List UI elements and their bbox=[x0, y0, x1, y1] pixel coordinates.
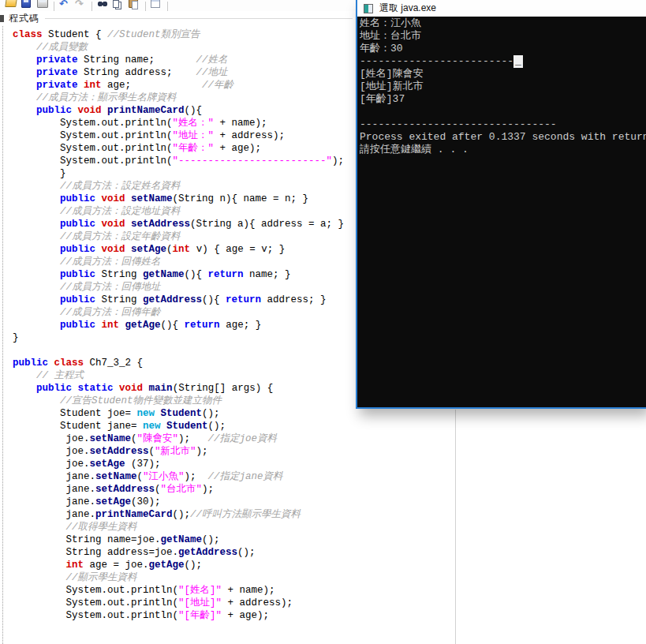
print-icon[interactable] bbox=[35, 0, 51, 11]
code-line bbox=[13, 344, 356, 357]
code-line: joe.setName("陳會安"); //指定joe資料 bbox=[13, 432, 356, 445]
code-line: private int age; //年齡 bbox=[13, 79, 356, 92]
toolbar-separator bbox=[91, 2, 92, 11]
toolbar bbox=[0, 0, 356, 11]
code-line: public class Ch7_3_2 { bbox=[13, 357, 356, 369]
code-line: //宣告Student物件變數並建立物件 bbox=[13, 395, 356, 407]
console-window: 選取 java.exe 姓名：江小魚地址：台北市年齡：30-----------… bbox=[356, 0, 646, 409]
console-line: Process exited after 0.1337 seconds with… bbox=[360, 131, 646, 144]
paste-icon[interactable] bbox=[127, 0, 143, 11]
console-selection-cursor: _ bbox=[513, 55, 523, 68]
code-line: public String getName(){ return name; } bbox=[13, 268, 356, 281]
save-icon[interactable] bbox=[20, 0, 35, 11]
code-line: //顯示學生資料 bbox=[13, 571, 356, 584]
console-line: -------------------------_ bbox=[360, 55, 646, 68]
code-editor[interactable]: class Student { //Student類別宣告 //成員變數 pri… bbox=[2, 26, 356, 644]
code-line: jane.setAddress("台北市"); bbox=[13, 483, 356, 496]
redo-icon[interactable] bbox=[73, 0, 89, 11]
code-line: public int getAge(){ return age; } bbox=[13, 319, 356, 331]
console-line: [地址]新北市 bbox=[360, 80, 646, 93]
code-content[interactable]: class Student { //Student類別宣告 //成員變數 pri… bbox=[13, 28, 356, 622]
code-line: jane.setAge(30); bbox=[13, 496, 356, 508]
panel-header-rule bbox=[45, 18, 353, 19]
toolbar-separator bbox=[167, 2, 168, 11]
code-line: public void setAddress(String a){ addres… bbox=[13, 218, 356, 230]
code-line: //成員變數 bbox=[13, 41, 356, 54]
code-line: class Student { //Student類別宣告 bbox=[13, 28, 356, 41]
console-line bbox=[360, 106, 646, 118]
new-window-icon[interactable] bbox=[149, 0, 165, 11]
code-line: //成員方法：顯示學生名牌資料 bbox=[13, 92, 356, 104]
code-line: //成員方法：回傳姓名 bbox=[13, 256, 356, 268]
copy-icon[interactable] bbox=[111, 0, 127, 11]
code-line: String name=joe.getName(); bbox=[13, 534, 356, 546]
code-line: //成員方法：回傳地址 bbox=[13, 281, 356, 294]
code-line: public String getAddress(){ return addre… bbox=[13, 294, 356, 306]
toolbar-separator bbox=[54, 2, 54, 11]
code-line: joe.setAddress("新北市"); bbox=[13, 445, 356, 458]
code-line: public void setName(String n){ name = n;… bbox=[13, 193, 356, 205]
code-line: private String address; //地址 bbox=[13, 66, 356, 79]
code-panel-header: 程式碼 bbox=[0, 11, 356, 26]
code-line: public void setAge(int v) { age = v; } bbox=[13, 243, 356, 256]
console-line: -------------------------------- bbox=[360, 118, 646, 131]
code-line: System.out.println("姓名：" + name); bbox=[13, 117, 356, 129]
code-line: } bbox=[13, 331, 356, 344]
console-app-icon bbox=[364, 4, 373, 13]
editor-right-divider bbox=[455, 410, 456, 644]
code-line: //成員方法：設定姓名資料 bbox=[13, 180, 356, 193]
open-folder-icon[interactable] bbox=[4, 0, 20, 11]
code-line: Student jane= new Student(); bbox=[13, 420, 356, 432]
panel-bullet-icon bbox=[0, 15, 4, 22]
panel-title: 程式碼 bbox=[9, 12, 39, 25]
code-line: //取得學生資料 bbox=[13, 521, 356, 534]
code-line: joe.setAge (37); bbox=[13, 458, 356, 470]
code-line: jane.printNameCard();//呼叫方法顯示學生資料 bbox=[13, 508, 356, 521]
code-line: public void printNameCard(){ bbox=[13, 104, 356, 117]
code-line: //成員方法：回傳年齡 bbox=[13, 306, 356, 319]
code-line: System.out.println("[年齡]" + age); bbox=[13, 609, 356, 622]
find-icon[interactable] bbox=[95, 0, 111, 11]
code-line: System.out.println("[地址]" + address); bbox=[13, 597, 356, 609]
code-line: System.out.println("--------------------… bbox=[13, 155, 356, 167]
code-line: //成員方法：設定地址資料 bbox=[13, 205, 356, 218]
code-line: int age = joe.getAge(); bbox=[13, 559, 356, 571]
code-line: System.out.println("[姓名]" + name); bbox=[13, 584, 356, 597]
console-line: [年齡]37 bbox=[360, 93, 646, 106]
console-line: 姓名：江小魚 bbox=[360, 17, 646, 30]
code-line: //成員方法：設定年齡資料 bbox=[13, 230, 356, 243]
console-titlebar[interactable]: 選取 java.exe bbox=[357, 0, 646, 17]
code-line: Student joe= new Student(); bbox=[13, 407, 356, 420]
undo-icon[interactable] bbox=[58, 0, 73, 11]
console-line: 地址：台北市 bbox=[360, 30, 646, 43]
code-line: public static void main(String[] args) { bbox=[13, 382, 356, 395]
console-output[interactable]: 姓名：江小魚地址：台北市年齡：30-----------------------… bbox=[357, 17, 646, 407]
code-line: // 主程式 bbox=[13, 369, 356, 382]
code-line: String address=joe.getAddress(); bbox=[13, 546, 356, 559]
console-title: 選取 java.exe bbox=[379, 2, 436, 15]
console-line: 年齡：30 bbox=[360, 43, 646, 55]
code-line: jane.setName("江小魚"); //指定jane資料 bbox=[13, 470, 356, 483]
code-line: System.out.println("地址：" + address); bbox=[13, 129, 356, 142]
console-line: [姓名]陳會安 bbox=[360, 68, 646, 80]
code-line: System.out.println("年齡：" + age); bbox=[13, 142, 356, 155]
console-line: 請按任意鍵繼續 . . . bbox=[360, 144, 646, 156]
toolbar-separator bbox=[145, 2, 146, 11]
ide-window: 程式碼 class Student { //Student類別宣告 //成員變數… bbox=[0, 0, 646, 644]
code-line: private String name; //姓名 bbox=[13, 54, 356, 66]
code-line: } bbox=[13, 167, 356, 180]
